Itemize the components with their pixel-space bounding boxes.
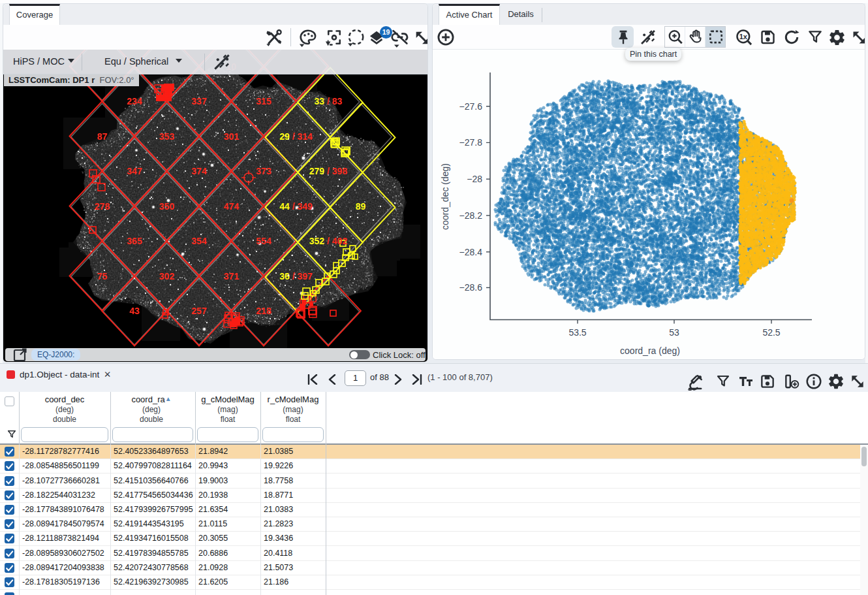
svg-text:374: 374 (191, 166, 207, 176)
svg-text:279 / 398: 279 / 398 (309, 166, 348, 176)
svg-text:337: 337 (191, 96, 207, 106)
svg-text:29 / 314: 29 / 314 (279, 131, 313, 142)
svg-text:554: 554 (256, 236, 271, 246)
svg-text:373: 373 (256, 166, 271, 176)
svg-text:−27.8: −27.8 (459, 137, 483, 148)
svg-text:234: 234 (127, 96, 142, 106)
svg-text:352 / 402: 352 / 402 (309, 236, 348, 246)
svg-text:52.5: 52.5 (762, 327, 780, 338)
svg-text:−28: −28 (467, 174, 482, 184)
svg-text:1x: 1x (739, 33, 748, 40)
svg-text:89: 89 (356, 201, 366, 212)
svg-text:53: 53 (669, 327, 679, 338)
svg-text:33 / 83: 33 / 83 (315, 96, 343, 106)
svg-text:301: 301 (224, 131, 240, 142)
svg-text:53.5: 53.5 (568, 327, 586, 338)
svg-text:−28.4: −28.4 (459, 247, 483, 257)
svg-text:coord_dec (deg): coord_dec (deg) (440, 163, 450, 230)
svg-text:43: 43 (129, 306, 140, 316)
svg-text:278: 278 (95, 201, 110, 212)
svg-text:315: 315 (256, 96, 271, 106)
svg-text:87: 87 (97, 131, 108, 142)
svg-text:218: 218 (256, 306, 271, 316)
svg-text:474: 474 (224, 201, 240, 212)
svg-text:371: 371 (224, 271, 240, 281)
svg-text:36 / 397: 36 / 397 (279, 271, 313, 281)
svg-text:−28.6: −28.6 (459, 282, 483, 293)
svg-text:coord_ra (deg): coord_ra (deg) (620, 346, 680, 356)
svg-text:347: 347 (127, 166, 142, 176)
svg-text:353: 353 (159, 131, 175, 142)
svg-text:354: 354 (191, 236, 207, 246)
svg-text:257: 257 (191, 306, 207, 316)
svg-text:302: 302 (159, 271, 175, 281)
svg-text:−28.2: −28.2 (459, 210, 483, 221)
svg-text:44 / 349: 44 / 349 (279, 201, 313, 212)
svg-text:365: 365 (127, 236, 142, 246)
svg-text:−27.6: −27.6 (459, 101, 483, 112)
svg-text:75: 75 (97, 271, 108, 281)
svg-text:350: 350 (159, 201, 175, 212)
